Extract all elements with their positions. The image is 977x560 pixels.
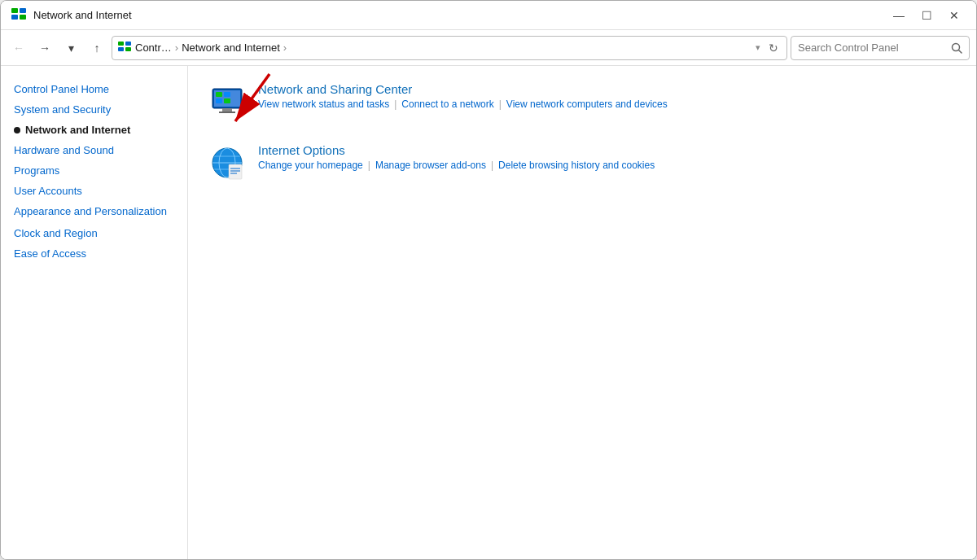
category-network-sharing-center: Network and Sharing Center View network … — [208, 82, 957, 124]
close-button[interactable]: ✕ — [942, 7, 966, 24]
svg-rect-3 — [20, 15, 26, 20]
internet-options-icon — [208, 143, 247, 185]
sidebar-label-network-and-internet: Network and Internet — [25, 124, 130, 136]
window-controls: — ☐ ✕ — [887, 7, 966, 24]
svg-rect-7 — [125, 47, 131, 51]
sidebar-label-control-panel-home: Control Panel Home — [14, 83, 109, 95]
sidebar-item-appearance-and-personalization[interactable]: Appearance and Personalization — [1, 201, 187, 223]
title-bar-left: Network and Internet — [11, 7, 132, 24]
network-sharing-center-details: Network and Sharing Center View network … — [258, 82, 668, 110]
sidebar-item-system-and-security[interactable]: System and Security — [1, 99, 187, 120]
change-homepage-link[interactable]: Change your homepage — [258, 160, 363, 171]
sidebar-label-system-and-security: System and Security — [14, 103, 111, 116]
title-bar: Network and Internet — ☐ ✕ — [1, 1, 976, 30]
up-button[interactable]: ↑ — [85, 37, 108, 59]
delete-browsing-history-link[interactable]: Delete browsing history and cookies — [498, 160, 655, 171]
sidebar-label-clock-and-region: Clock and Region — [14, 227, 98, 239]
manage-browser-addons-link[interactable]: Manage browser add-ons — [375, 160, 486, 171]
sidebar-item-hardware-and-sound[interactable]: Hardware and Sound — [1, 140, 187, 160]
maximize-button[interactable]: ☐ — [914, 7, 939, 24]
sidebar: Control Panel Home System and Security N… — [1, 66, 188, 559]
window-title: Network and Internet — [33, 9, 132, 21]
minimize-button[interactable]: — — [887, 7, 911, 24]
sidebar-label-appearance: Appearance and Personalization — [14, 205, 167, 219]
network-sharing-center-title[interactable]: Network and Sharing Center — [258, 82, 412, 96]
sidebar-label-programs: Programs — [14, 164, 59, 177]
svg-rect-15 — [219, 112, 235, 113]
svg-rect-4 — [118, 42, 124, 46]
svg-rect-0 — [11, 8, 18, 13]
search-box[interactable] — [791, 36, 970, 60]
back-button[interactable]: ← — [7, 37, 30, 59]
main-window: Network and Internet — ☐ ✕ ← → ▾ ↑ Contr… — [0, 0, 977, 560]
active-bullet-icon — [14, 127, 20, 133]
svg-line-9 — [959, 50, 962, 53]
sidebar-item-clock-and-region[interactable]: Clock and Region — [1, 223, 187, 243]
main-area: Control Panel Home System and Security N… — [1, 66, 976, 559]
svg-rect-17 — [224, 92, 230, 97]
internet-options-details: Internet Options Change your homepage | … — [258, 143, 655, 171]
svg-rect-18 — [216, 98, 222, 103]
dropdown-button[interactable]: ▾ — [59, 37, 82, 59]
svg-rect-5 — [125, 42, 131, 46]
sidebar-label-hardware-and-sound: Hardware and Sound — [14, 144, 114, 156]
search-icon — [951, 42, 962, 54]
address-bar-icon — [117, 41, 132, 55]
search-input[interactable] — [791, 42, 944, 54]
svg-rect-14 — [222, 108, 232, 112]
svg-rect-19 — [224, 98, 230, 103]
address-refresh-button[interactable]: ↻ — [765, 40, 782, 56]
svg-rect-25 — [229, 164, 242, 179]
breadcrumb-control-panel[interactable]: Contr… — [135, 42, 172, 54]
sidebar-item-network-and-internet: Network and Internet — [1, 120, 187, 140]
svg-rect-6 — [118, 47, 124, 51]
address-bar[interactable]: Contr… › Network and Internet › ▾ ↻ — [112, 36, 787, 60]
sidebar-item-programs[interactable]: Programs — [1, 160, 187, 181]
svg-rect-1 — [20, 8, 26, 13]
nav-bar: ← → ▾ ↑ Contr… › Network and Internet › … — [1, 30, 976, 66]
network-sharing-center-icon — [208, 82, 247, 124]
view-network-computers-link[interactable]: View network computers and devices — [506, 98, 668, 110]
breadcrumb-network-internet[interactable]: Network and Internet — [182, 42, 280, 54]
sidebar-item-control-panel-home[interactable]: Control Panel Home — [1, 79, 187, 99]
sidebar-label-user-accounts: User Accounts — [14, 185, 82, 197]
address-chevron-icon[interactable]: ▾ — [754, 41, 762, 55]
svg-rect-16 — [216, 92, 222, 97]
connect-to-network-link[interactable]: Connect to a network — [401, 98, 493, 110]
content-panel: Network and Sharing Center View network … — [188, 66, 976, 559]
svg-rect-2 — [11, 15, 18, 20]
breadcrumb: Contr… › Network and Internet › — [135, 42, 751, 54]
internet-options-title[interactable]: Internet Options — [258, 143, 345, 157]
sidebar-label-ease-of-access: Ease of Access — [14, 247, 86, 260]
network-sharing-center-links: View network status and tasks | Connect … — [258, 98, 668, 110]
sidebar-item-user-accounts[interactable]: User Accounts — [1, 181, 187, 201]
sidebar-item-ease-of-access[interactable]: Ease of Access — [1, 243, 187, 264]
search-button[interactable] — [944, 36, 969, 60]
window-icon — [11, 7, 27, 24]
view-network-status-link[interactable]: View network status and tasks — [258, 98, 389, 110]
category-internet-options: Internet Options Change your homepage | … — [208, 143, 957, 185]
forward-button[interactable]: → — [33, 37, 56, 59]
internet-options-links: Change your homepage | Manage browser ad… — [258, 160, 655, 171]
